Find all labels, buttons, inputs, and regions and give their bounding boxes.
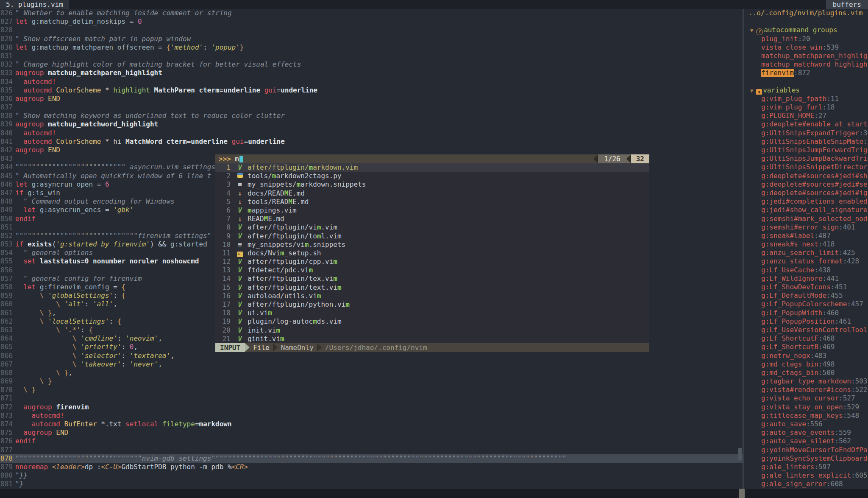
sidebar-tag-item[interactable]: g:netrw_nogx:483	[744, 352, 868, 360]
code-line[interactable]: 841 autocmd ColorScheme * hi MatchWord c…	[0, 137, 743, 146]
tab-plugins-vim[interactable]: 5. plugins.vim	[0, 0, 69, 9]
sidebar-tag-item[interactable]: plug_init:20	[744, 35, 868, 43]
code-line[interactable]: 828	[0, 26, 743, 34]
sidebar-tag-item[interactable]: g:deoplete#sources#jedi#igno	[744, 189, 868, 197]
sidebar-tag-item[interactable]: g:UltiSnipsEnableSnipMate:36	[744, 137, 868, 146]
sidebar-tag-item[interactable]: g:md_ctags_bin:500	[744, 369, 868, 377]
sidebar-tag-item[interactable]: g:anzu_search_limit:425	[744, 249, 868, 257]
sidebar-tag-item[interactable]: g:UltiSnipsJumpForwardTrigge	[744, 146, 868, 154]
sidebar-tag-item[interactable]: g:deoplete#sources#jedi#serv	[744, 180, 868, 189]
sidebar-tag-item[interactable]: g:anzu_status_format:428	[744, 257, 868, 266]
code-line[interactable]: 866 \ 'selector': 'textarea',	[0, 352, 743, 360]
code-line[interactable]: 842augroup END	[0, 146, 743, 154]
code-line[interactable]: 829" Show offscreen match pair in popup …	[0, 35, 743, 43]
file-result-row[interactable]: 16Vautoload/utils.vim	[215, 292, 649, 300]
sidebar-tag-item[interactable]: g:semshi#mark_selected_nodes	[744, 215, 868, 223]
sidebar-tag-item[interactable]: matchup_matchparen_highlight	[744, 52, 868, 60]
file-result-row[interactable]: 13Vftdetect/pdc.vim	[215, 266, 649, 274]
code-line[interactable]: 872 augroup firenvim	[0, 403, 743, 411]
code-line[interactable]: 868 \ },	[0, 369, 743, 377]
file-result-row[interactable]: 17Vafter/ftplugin/python.vim	[215, 300, 649, 309]
code-line[interactable]: 881"}	[0, 480, 743, 488]
code-line[interactable]: 880"}}	[0, 471, 743, 480]
code-line[interactable]: 873 autocmd!	[0, 411, 743, 420]
sidebar-tag-item[interactable]: g:ale_linters_explicit:605	[744, 471, 868, 480]
sidebar-section-header[interactable]: ▼?autocommand groups	[744, 26, 868, 34]
sidebar-tag-item[interactable]: firenvim:872	[744, 69, 868, 77]
sidebar-tag-item[interactable]: g:Lf_PopupColorscheme:457	[744, 300, 868, 308]
file-result-row[interactable]: 15Vafter/ftplugin/text.vim	[215, 283, 649, 292]
file-result-row[interactable]: 20Vinit.vim	[215, 326, 649, 335]
sidebar-tag-item[interactable]: g:Lf_ShortcutF:468	[744, 334, 868, 343]
code-line[interactable]: 869 \ }	[0, 377, 743, 386]
sidebar-section-header[interactable]: ▼xvariables	[744, 86, 868, 95]
code-line[interactable]: 840 autocmd!	[0, 129, 743, 137]
sidebar-tag-item[interactable]: g:tagbar_type_markdown:503	[744, 377, 868, 386]
collapse-triangle-icon[interactable]: ▼	[750, 88, 753, 94]
file-result-row[interactable]: 6Vmappings.vim	[215, 206, 649, 215]
code-line[interactable]: 836augroup END	[0, 95, 743, 103]
sidebar-tag-item[interactable]: g:vim_plug_fpath:11	[744, 95, 868, 103]
code-line[interactable]: 831	[0, 52, 743, 60]
code-line[interactable]: 833augroup matchup_matchparen_highlight	[0, 69, 743, 77]
code-line[interactable]: 877	[0, 446, 743, 454]
code-line[interactable]: 874 autocmd BufEnter *.txt setlocal file…	[0, 420, 743, 428]
file-result-row[interactable]: 19Vplugin/log-autocmds.vim	[215, 317, 649, 326]
sidebar-tag-item[interactable]: g:ale_linters:597	[744, 463, 868, 471]
sidebar-tag-item[interactable]: g:auto_save_silent:562	[744, 437, 868, 445]
sidebar-tag-item[interactable]: g:UltiSnipsSnippetDirectorie	[744, 163, 868, 171]
sidebar-tag-item[interactable]: g:vista#renderer#icons:522	[744, 386, 868, 394]
file-result-row[interactable]: 9Vafter/ftplugin/toml.vim	[215, 232, 649, 241]
file-result-row[interactable]: 8Vafter/ftplugin/vim.vim	[215, 223, 649, 232]
sidebar-tag-item[interactable]: g:sneak#s_next:418	[744, 240, 868, 249]
sidebar-tag-item[interactable]: g:md_ctags_bin:498	[744, 360, 868, 369]
sidebar-tag-item[interactable]: g:PLUGIN_HOME:27	[744, 112, 868, 120]
sidebar-tag-item[interactable]: g:ale_sign_error:608	[744, 480, 868, 488]
editor-scrollbar-thumb[interactable]	[738, 448, 742, 460]
sidebar-tag-item[interactable]: g:deoplete#enable_at_startup	[744, 120, 868, 129]
file-result-row[interactable]: 11>_docs/Nvim_setup.sh	[215, 249, 649, 257]
sidebar-tag-item[interactable]: g:UltiSnipsExpandTrigger:364	[744, 129, 868, 137]
sidebar-tag-item[interactable]: g:Lf_DefaultMode:455	[744, 291, 868, 300]
sidebar-tag-item[interactable]: g:semshi#error_sign:401	[744, 223, 868, 232]
code-line[interactable]: 827let g:matchup_delim_noskips = 0	[0, 17, 743, 26]
code-line[interactable]: 867 \ 'takeover': 'never',	[0, 360, 743, 369]
code-line[interactable]: 830let g:matchup_matchparen_offscreen = …	[0, 43, 743, 52]
sidebar-tag-item[interactable]: g:Lf_ShortcutB:469	[744, 343, 868, 351]
file-result-row[interactable]: 3≡my_snippets/markdown.snippets	[215, 180, 649, 189]
code-line[interactable]: 879nnoremap <leader>dp :<C-U>GdbStartPDB…	[0, 463, 743, 471]
sidebar-tag-item[interactable]: g:Lf_UseVersionControlTool:4	[744, 326, 868, 334]
sidebar-tag-item[interactable]: g:Lf_PopupWidth:460	[744, 309, 868, 317]
file-result-row[interactable]: 18Vui.vim	[215, 309, 649, 317]
sidebar-tag-item[interactable]: g:Lf_UseCache:438	[744, 266, 868, 274]
sidebar-tag-item[interactable]: g:Lf_PopupPosition:461	[744, 317, 868, 326]
code-line[interactable]: 871	[0, 394, 743, 403]
fuzzy-prompt[interactable]: >>> m 1/26 32	[215, 154, 649, 163]
collapse-triangle-icon[interactable]: ▼	[750, 28, 753, 34]
sidebar-tag-item[interactable]: matchup_matchword_highlight:	[744, 60, 868, 69]
file-result-row[interactable]: 10≡my_snippets/vim.snippets	[215, 241, 649, 249]
code-line[interactable]: 837	[0, 103, 743, 112]
sidebar-tag-item[interactable]: g:auto_save_events:559	[744, 428, 868, 437]
file-result-row[interactable]: 2tools/markdown2ctags.py	[215, 172, 649, 180]
file-result-row[interactable]: 1Vafter/ftplugin/markdown.vim	[215, 163, 649, 172]
sidebar-tag-item[interactable]: g:yoinkSyncSystemClipboardOn	[744, 454, 868, 463]
sidebar-tag-item[interactable]: g:sneak#label:407	[744, 232, 868, 240]
sidebar-tag-item[interactable]: g:jedi#completions_enabled:3	[744, 197, 868, 206]
sidebar-tag-item[interactable]: g:Lf_ShowDevIcons:451	[744, 283, 868, 291]
file-result-row[interactable]: 12Vafter/ftplugin/cpp.vim	[215, 257, 649, 266]
sidebar-tag-item[interactable]: g:titlecase_map_keys:548	[744, 411, 868, 420]
sidebar-tag-item[interactable]: g:auto_save:556	[744, 420, 868, 428]
sidebar-tag-item[interactable]: g:vista_stay_on_open:529	[744, 403, 868, 411]
sidebar-tag-item[interactable]: g:vista_echo_cursor:527	[744, 394, 868, 403]
code-line[interactable]: 870 \ }	[0, 386, 743, 394]
buffers-label[interactable]: buffers	[826, 0, 868, 9]
sidebar-tag-item[interactable]: g:jedi#show_call_signatures:	[744, 206, 868, 214]
file-result-row[interactable]: 4↓docs/README.md	[215, 189, 649, 198]
code-line[interactable]: 826" Whether to enable matching inside c…	[0, 9, 743, 17]
code-line[interactable]: 839augroup matchup_matchword_highlight	[0, 120, 743, 129]
sidebar-tag-item[interactable]: vista_close_win:539	[744, 43, 868, 52]
sidebar-tag-item[interactable]: g:UltiSnipsJumpBackwardTrigg	[744, 154, 868, 163]
file-result-row[interactable]: 5↓tools/README.md	[215, 198, 649, 206]
code-line[interactable]: 878"""""""""""""""""""""""""""""""nvim-g…	[0, 454, 743, 463]
